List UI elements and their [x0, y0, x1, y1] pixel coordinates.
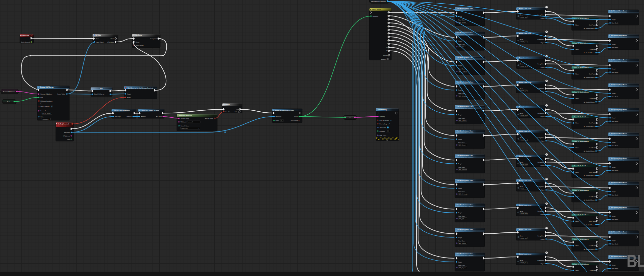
svg-text:Development Only: Development Only: [382, 138, 392, 140]
svg-text:Target: Target: [611, 215, 615, 217]
svg-text:ABP_M_Retsuo: ABP_M_Retsuo: [459, 218, 467, 220]
svg-text:SKM_F0_fetwa: SKM_F0_fetwa: [521, 213, 528, 214]
svg-text:Object: Object: [575, 171, 580, 173]
svg-text:New Mesh: New Mesh: [611, 243, 618, 245]
svg-text:Cast Failed: Cast Failed: [589, 122, 596, 124]
svg-text:Target: Target: [458, 40, 462, 42]
svg-text:Target is Skeletal Mesh Compon: Target is Skeletal Mesh Component: [609, 86, 627, 87]
svg-text:SKM_F0_dec: SKM_F0_dec: [521, 262, 527, 264]
svg-text:10.0: 10.0: [387, 130, 389, 132]
svg-text:New Class: New Class: [459, 191, 465, 192]
svg-text:Create OSCServer: Create OSCServer: [40, 87, 54, 88]
svg-text:As Skeletal Mesh: As Skeletal Mesh: [584, 199, 595, 201]
svg-text:Event: Event: [127, 97, 131, 98]
svg-text:Set Skeletal Mesh Asset: Set Skeletal Mesh Asset: [611, 157, 627, 159]
svg-text:Max OSCServer: Max OSCServer: [94, 93, 105, 95]
svg-text:ABP_F_Swim LX: ABP_F_Swim LX: [459, 120, 468, 121]
svg-text:Message: Message: [64, 131, 70, 133]
svg-text:Completed: Completed: [537, 39, 544, 40]
svg-text:Target is Skeletal Mesh Compon: Target is Skeletal Mesh Component: [609, 12, 627, 13]
svg-text:Index: Index: [276, 120, 279, 121]
svg-text:++: ++: [573, 92, 574, 93]
svg-text:Target: Target: [611, 93, 615, 94]
svg-text:Return Value: Return Value: [205, 118, 213, 119]
svg-text:Start Listening: Start Listening: [41, 106, 50, 107]
svg-text:IPAddress: IPAddress: [63, 135, 70, 137]
svg-text:Completed: Completed: [537, 63, 544, 65]
svg-text:Asset: Asset: [520, 211, 524, 212]
svg-text:New Mesh: New Mesh: [611, 194, 618, 196]
svg-text:Target is Skeletal Mesh Compon: Target is Skeletal Mesh Component: [456, 157, 474, 158]
svg-text:SET: SET: [100, 88, 103, 90]
svg-text:Get OSC Message Integer at Ind: Get OSC Message Integer at Index: [275, 110, 294, 111]
svg-text:Value: Value: [294, 116, 298, 117]
svg-text:Cast To SkeletalMesh: Cast To SkeletalMesh: [574, 165, 589, 167]
svg-text:Delta Seconds: Delta Seconds: [21, 41, 30, 43]
svg-text:Target: Target: [611, 264, 615, 266]
svg-text:Target is Skeletal Mesh Compon: Target is Skeletal Mesh Component: [609, 135, 627, 136]
svg-text:Duration: Duration: [380, 130, 385, 132]
svg-text:++: ++: [573, 165, 574, 167]
svg-text:Target is Skeletal Mesh Compon: Target is Skeletal Mesh Component: [456, 230, 474, 232]
svg-text:0: 0: [281, 120, 282, 121]
svg-text:ABP_F0_Swim: ABP_F0_Swim: [459, 267, 467, 269]
svg-text:Target: Target: [611, 44, 615, 45]
svg-text:Target: Target: [611, 166, 615, 168]
svg-text:Return Value: Return Value: [57, 93, 65, 95]
svg-text:Target is Skeletal Mesh Compon: Target is Skeletal Mesh Component: [609, 159, 627, 161]
svg-text:Object: Object: [575, 73, 580, 75]
svg-text:Cast Failed: Cast Failed: [589, 171, 596, 173]
svg-text:Cast To SkeletalMesh: Cast To SkeletalMesh: [574, 116, 589, 118]
svg-text:As Skeletal Mesh: As Skeletal Mesh: [584, 249, 595, 250]
svg-text:In String: In String: [380, 116, 385, 117]
svg-text:Object: Object: [575, 245, 580, 246]
svg-text:Cast Failed: Cast Failed: [589, 220, 596, 222]
svg-text:Multicast Loopback: Multicast Loopback: [41, 100, 53, 102]
svg-text:Asset: Asset: [520, 14, 524, 16]
svg-text:New Class: New Class: [459, 117, 465, 119]
svg-text:Set AnimInstance Class: Set AnimInstance Class: [458, 57, 474, 58]
svg-text:Target: Target: [127, 93, 131, 95]
svg-text:Target is Skeletal Mesh Compon: Target is Skeletal Mesh Component: [609, 37, 627, 38]
svg-text:Receive IPAddress: Receive IPAddress: [41, 93, 52, 95]
svg-text:Cast Failed: Cast Failed: [589, 147, 596, 149]
svg-text:10: 10: [386, 47, 388, 48]
svg-text:SkeletalMesh: SkeletalMesh: [43, 119, 49, 120]
svg-text:SKM_F0_gelen: SKM_F0_gelen: [521, 90, 528, 92]
svg-text:Set Skeletal Mesh Asset: Set Skeletal Mesh Asset: [611, 256, 627, 257]
svg-text:Cast To SkeletalMesh: Cast To SkeletalMesh: [574, 141, 589, 142]
svg-text:Object: Object: [575, 98, 580, 99]
svg-text:Do Once: Do Once: [136, 35, 142, 36]
svg-text:Object: Object: [540, 165, 545, 166]
svg-text:Target: Target: [611, 191, 615, 192]
svg-text:Address: Address: [141, 116, 146, 117]
svg-text:Port: Port: [7, 101, 10, 103]
svg-text:Cast Failed: Cast Failed: [589, 24, 596, 26]
svg-text:Object: Object: [540, 263, 545, 265]
svg-text:SKM_M_Glas: SKM_M_Glas: [521, 17, 527, 18]
svg-text:++: ++: [573, 67, 574, 68]
svg-text:Target: Target: [458, 163, 462, 165]
svg-text:Async Load Asset: Async Load Asset: [519, 180, 532, 181]
svg-text:Print String: Print String: [378, 109, 387, 111]
svg-text:New Class: New Class: [459, 240, 465, 242]
svg-text:Target is Skeletal Mesh Compon: Target is Skeletal Mesh Component: [456, 255, 474, 256]
svg-text:Cast To SkeletalMesh: Cast To SkeletalMesh: [574, 214, 589, 216]
svg-text:++: ++: [573, 141, 574, 142]
svg-text:Search Case: Search Case: [181, 125, 189, 127]
svg-text:Set AnimInstance Class: Set AnimInstance Class: [458, 106, 474, 107]
svg-text:Async Load Asset: Async Load Asset: [519, 8, 532, 9]
svg-text:Object: Object: [540, 42, 545, 44]
svg-text:++: ++: [573, 43, 574, 44]
svg-text:Set AnimInstance Class: Set AnimInstance Class: [458, 7, 474, 9]
svg-text:Port: Port: [41, 97, 44, 98]
svg-text:Event Tick: Event Tick: [21, 35, 29, 37]
svg-text:Object: Object: [575, 49, 580, 50]
svg-text:Object: Object: [540, 66, 545, 68]
svg-text:Target is Skeletal Mesh Compon: Target is Skeletal Mesh Component: [609, 61, 627, 62]
svg-text:Object: Object: [540, 140, 545, 142]
svg-text:Completed: Completed: [537, 112, 544, 114]
svg-text:Set Skeletal Mesh Asset: Set Skeletal Mesh Asset: [611, 35, 627, 36]
svg-text:Set AnimInstance Class: Set AnimInstance Class: [458, 204, 474, 206]
svg-text:As Skeletal Mesh: As Skeletal Mesh: [584, 175, 595, 176]
